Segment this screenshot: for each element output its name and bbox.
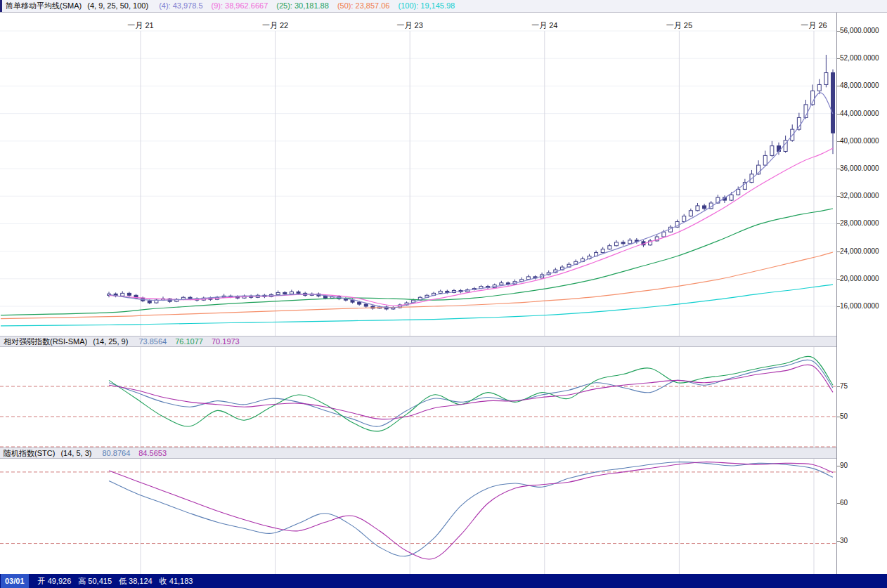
candles-layer (108, 55, 835, 311)
axis-label: 60 (840, 499, 848, 507)
line-SMA50 (1, 252, 833, 319)
sma-50-value: (50): 23,857.06 (337, 1, 390, 10)
axis-label: 28,000.0000 (840, 219, 879, 227)
stc-line-STC-D (109, 462, 833, 559)
status-close: 收 41,183 (160, 577, 193, 585)
line-SMA100 (1, 285, 833, 326)
rsi-params: (14, 25, 9) (93, 337, 128, 346)
axis-label: 32,000.0000 (840, 192, 879, 200)
rsi-rsi-value: 73.8564 (138, 337, 167, 346)
rsi-line-RSI-SMA-fast (109, 356, 833, 431)
axis-label: 44,000.0000 (840, 110, 879, 117)
rsi-indicator-bar[interactable]: 相对强弱指数(RSI-SMA) (14, 25, 9) 73.856476.10… (0, 336, 836, 347)
axis-label: 20,000.0000 (840, 275, 879, 282)
rsi-rsi-sma-slow-value: 70.1973 (212, 337, 240, 346)
sma-values: (4): 43,978.5(9): 38,962.6667(25): 30,18… (150, 1, 455, 10)
date-label: 一月 26 (801, 21, 827, 30)
main-price-chart[interactable]: 一月 21一月 22一月 23一月 24一月 25一月 26 (0, 13, 836, 336)
status-ohlc: 开 49,926高 50,415低 38,124收 41,183 (31, 577, 193, 585)
sma-title: 简单移动平均线(SMA) (6, 1, 82, 10)
rsi-rsi-sma-fast-value: 76.1077 (175, 337, 203, 346)
status-low: 低 38,124 (119, 577, 153, 585)
rsi-line-RSI-SMA-slow (109, 365, 833, 419)
sma-lines-layer (1, 93, 833, 326)
rsi-line-RSI (109, 360, 833, 426)
axis-label: 40,000.0000 (840, 137, 879, 145)
axis-label: 48,000.0000 (840, 81, 879, 89)
rsi-title: 相对强弱指数(RSI-SMA) (4, 337, 87, 346)
sma-indicator-bar[interactable]: 简单移动平均线(SMA) (4, 9, 25, 50, 100) (4): 43… (0, 0, 887, 13)
date-label: 一月 23 (397, 21, 423, 30)
stc-params: (14, 5, 3) (60, 449, 91, 457)
status-bar: 03/01 开 49,926高 50,415低 38,124收 41,183 (0, 574, 887, 588)
stc-chart (0, 459, 836, 574)
rsi-values: 73.856476.107770.1973 (130, 337, 239, 346)
stc-panel[interactable] (0, 459, 836, 574)
sma-100-value: (100): 19,145.98 (399, 1, 455, 10)
stc-values: 80.876484.5653 (93, 449, 167, 457)
line-SMA25 (1, 209, 833, 315)
stc-stc-k-value: 80.8764 (102, 449, 130, 457)
axis-label: 24,000.0000 (840, 247, 879, 255)
sma-25-value: (25): 30,181.88 (276, 1, 329, 10)
axis-label: 16,000.0000 (840, 302, 879, 310)
status-open: 开 49,926 (38, 577, 72, 585)
date-label: 一月 22 (262, 21, 288, 30)
stc-title: 随机指数(STC) (4, 449, 55, 457)
axis-label: 75 (840, 382, 848, 390)
sma-4-value: (4): 43,978.5 (159, 1, 202, 10)
axis-label: 56,000.0000 (840, 27, 879, 34)
price-axis[interactable]: 56,000.000052,000.000048,000.000044,000.… (836, 13, 887, 574)
rsi-gridlines (0, 347, 836, 447)
date-label: 一月 21 (127, 21, 153, 30)
candlestick-chart: 一月 21一月 22一月 23一月 24一月 25一月 26 (0, 13, 836, 336)
main-gridlines (0, 31, 836, 336)
axis-label: 30 (840, 537, 848, 544)
stc-indicator-bar[interactable]: 随机指数(STC) (14, 5, 3) 80.876484.5653 (0, 447, 836, 459)
date-label: 一月 24 (531, 21, 557, 30)
axis-label: 36,000.0000 (840, 164, 879, 172)
status-high: 高 50,415 (78, 577, 112, 585)
axis-label: 50 (840, 412, 848, 420)
axis-label: 90 (840, 462, 848, 469)
date-label: 一月 25 (666, 21, 692, 30)
indicator-accent (0, 0, 2, 12)
status-date: 03/01 (1, 574, 29, 588)
rsi-panel[interactable] (0, 347, 836, 447)
sma-params: (4, 9, 25, 50, 100) (87, 1, 148, 10)
trading-chart-window: 简单移动平均线(SMA) (4, 9, 25, 50, 100) (4): 43… (0, 0, 887, 588)
stc-stc-d-value: 84.5653 (138, 449, 167, 457)
sma-9-value: (9): 38,962.6667 (212, 1, 268, 10)
stc-line-STC-K (109, 462, 833, 556)
rsi-chart (0, 347, 836, 447)
axis-label: 52,000.0000 (840, 54, 879, 62)
line-SMA9 (109, 148, 833, 306)
